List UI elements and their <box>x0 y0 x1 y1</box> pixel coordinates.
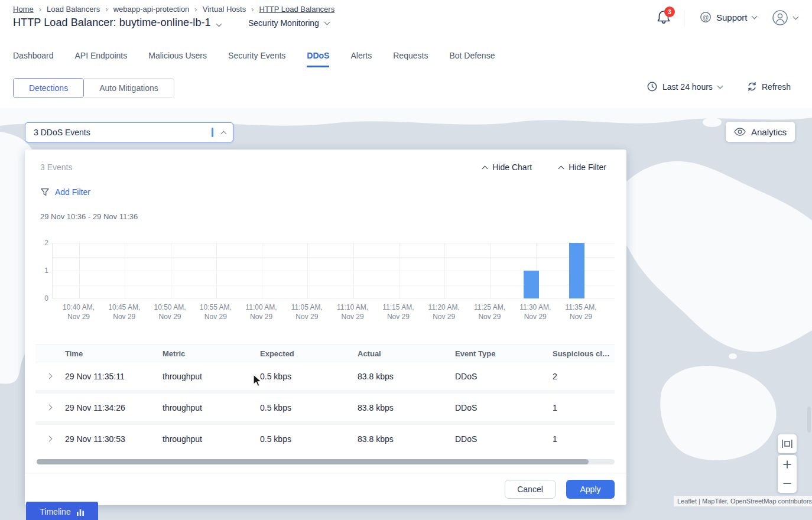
mode-toggle: Detections Auto Mitigations <box>13 78 174 98</box>
chart-gridline <box>216 243 217 298</box>
cancel-button[interactable]: Cancel <box>505 480 556 499</box>
map-zoom-out-button[interactable] <box>778 474 797 493</box>
chart-gridline <box>399 243 399 298</box>
breadcrumb-item[interactable]: webapp-api-protection <box>113 5 190 14</box>
chart-gridline <box>53 257 615 258</box>
expand-row-button[interactable] <box>35 374 65 378</box>
table-cell: 83.8 kbps <box>358 403 455 412</box>
chevron-up-icon <box>482 165 488 171</box>
x-axis-label: 11:10 AM,Nov 29 <box>332 303 373 321</box>
dropdown-cursor-bar <box>212 128 213 137</box>
breadcrumb: Home›Load Balancers›webapp-api-protectio… <box>13 5 334 14</box>
refresh-button[interactable]: Refresh <box>747 82 791 92</box>
chart-gridline <box>125 243 125 298</box>
tab-bot-defense[interactable]: Bot Defense <box>449 51 495 67</box>
expand-row-button[interactable] <box>35 437 65 441</box>
ddos-events-dropdown[interactable]: 3 DDoS Events <box>25 122 233 142</box>
view-selector-label: Security Monitoring <box>248 18 319 28</box>
tab-api-endpoints[interactable]: API Endpoints <box>75 51 128 67</box>
apply-button[interactable]: Apply <box>566 480 615 499</box>
support-menu[interactable]: @ Support <box>700 11 756 23</box>
chevron-right-icon <box>47 373 53 379</box>
breadcrumb-item[interactable]: Load Balancers <box>47 5 100 14</box>
map-zoom-in-button[interactable] <box>778 455 797 474</box>
tab-ddos[interactable]: DDoS <box>307 51 329 67</box>
auto-mitigations-label: Auto Mitigations <box>99 83 158 93</box>
tab-security-events[interactable]: Security Events <box>228 51 285 67</box>
title-dropdown-toggle[interactable] <box>217 18 221 28</box>
table-cell: 83.8 kbps <box>358 434 455 444</box>
expand-row-button[interactable] <box>35 405 65 410</box>
y-axis-label: 1 <box>39 266 48 275</box>
table-row[interactable]: 29 Nov 11:34:26throughput0.5 kbps83.8 kb… <box>35 394 615 421</box>
detections-toggle[interactable]: Detections <box>13 78 84 98</box>
chevron-down-icon <box>717 83 723 89</box>
breadcrumb-item[interactable]: Virtual Hosts <box>203 5 246 14</box>
chevron-up-icon <box>221 131 227 136</box>
timeline-button[interactable]: Timeline <box>26 502 98 520</box>
table-cell: 0.5 kbps <box>260 434 358 444</box>
chart-gridline <box>53 298 615 299</box>
table-cell: 29 Nov 11:35:11 <box>65 372 163 381</box>
chart-gridline <box>171 243 171 298</box>
notification-badge: 3 <box>664 6 675 17</box>
refresh-icon <box>747 82 757 92</box>
security-monitoring-page: Home›Load Balancers›webapp-api-protectio… <box>0 0 812 520</box>
chart-gridline <box>307 243 308 298</box>
tab-dashboard[interactable]: Dashboard <box>13 51 54 67</box>
table-cell: throughput <box>163 403 260 412</box>
table-cell: 29 Nov 11:30:53 <box>65 434 163 444</box>
chevron-down-icon <box>751 14 757 20</box>
account-menu[interactable] <box>772 9 798 26</box>
breadcrumb-item[interactable]: HTTP Load Balancers <box>259 5 335 14</box>
column-header-expected: Expected <box>260 349 358 358</box>
ddos-events-panel: 3 Events Hide Chart Hide Filter Add Filt… <box>25 150 626 505</box>
map-fit-bounds-button[interactable] <box>778 434 797 453</box>
table-cell: 0.5 kbps <box>260 372 358 381</box>
chart-bar[interactable] <box>569 243 584 298</box>
eye-icon <box>734 128 746 136</box>
y-axis-label: 0 <box>39 294 48 303</box>
view-selector[interactable]: Security Monitoring <box>248 18 329 28</box>
table-row[interactable]: 29 Nov 11:35:11throughput0.5 kbps83.8 kb… <box>35 362 615 390</box>
clock-icon <box>647 82 657 92</box>
chart-bar[interactable] <box>524 271 539 298</box>
breadcrumb-separator: › <box>39 5 41 14</box>
hide-chart-toggle[interactable]: Hide Chart <box>483 162 532 172</box>
time-range-selector[interactable]: Last 24 hours <box>647 82 722 92</box>
x-axis-label: 11:15 AM,Nov 29 <box>378 303 419 321</box>
page-scrollbar[interactable] <box>807 407 811 433</box>
title-row: HTTP Load Balancer: buytime-online-lb-1 <box>13 17 221 29</box>
table-cell: 29 Nov 11:34:26 <box>65 403 163 412</box>
ddos-events-bar-chart: 10:40 AM,Nov 2910:45 AM,Nov 2910:50 AM,N… <box>39 237 617 333</box>
table-horizontal-scrollbar[interactable] <box>37 459 615 464</box>
add-filter-button[interactable]: Add Filter <box>40 187 90 197</box>
notifications-button[interactable]: 3 <box>656 9 676 29</box>
table-cell: DDoS <box>455 434 553 444</box>
table-row[interactable]: 29 Nov 11:30:53throughput0.5 kbps83.8 kb… <box>35 425 615 453</box>
breadcrumb-item[interactable]: Home <box>13 5 34 14</box>
scrollbar-thumb[interactable] <box>37 459 589 464</box>
bar-chart-icon <box>76 508 85 516</box>
column-header-actual: Actual <box>358 349 455 358</box>
chevron-down-icon <box>324 20 330 25</box>
table-cell: 1 <box>553 403 615 412</box>
tab-alerts[interactable]: Alerts <box>350 51 372 67</box>
auto-mitigations-toggle[interactable]: Auto Mitigations <box>84 78 174 98</box>
svg-text:@: @ <box>703 14 709 21</box>
ddos-events-dropdown-value: 3 DDoS Events <box>34 128 212 137</box>
tab-bar: DashboardAPI EndpointsMalicious UsersSec… <box>13 51 495 67</box>
x-axis-label: 10:45 AM,Nov 29 <box>103 303 145 321</box>
events-table: TimeMetricExpectedActualEvent TypeSuspic… <box>35 344 615 453</box>
x-axis-label: 10:55 AM,Nov 29 <box>195 303 236 321</box>
chevron-up-icon <box>558 165 564 171</box>
analytics-button[interactable]: Analytics <box>726 122 795 142</box>
plus-icon <box>782 460 792 469</box>
tab-malicious-users[interactable]: Malicious Users <box>148 51 207 67</box>
chart-gridline <box>444 243 445 298</box>
detections-label: Detections <box>29 83 68 93</box>
hide-filter-toggle[interactable]: Hide Filter <box>559 162 606 172</box>
x-axis-label: 11:25 AM,Nov 29 <box>469 303 510 321</box>
tab-requests[interactable]: Requests <box>393 51 428 67</box>
x-axis-label: 11:05 AM,Nov 29 <box>286 303 327 321</box>
